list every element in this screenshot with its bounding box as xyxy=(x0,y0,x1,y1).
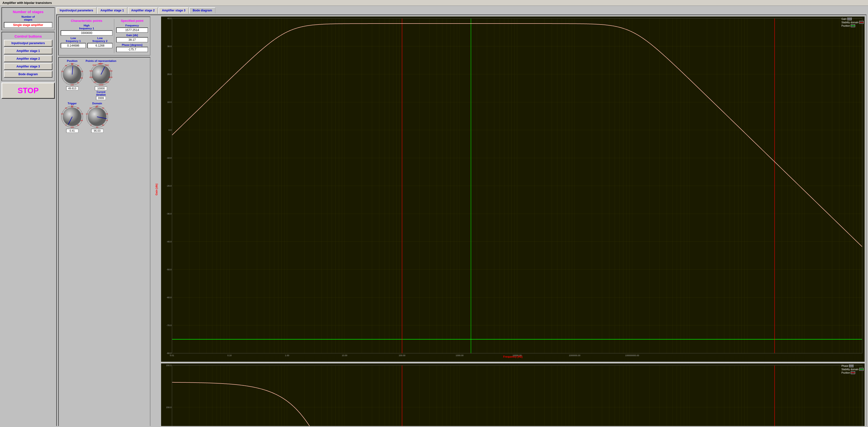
svg-text:20: 20 xyxy=(61,113,63,115)
legend-position-phase-label: Pozition xyxy=(841,371,850,374)
trigger-label: Trigger xyxy=(68,102,77,105)
specified-point-section: Specified point Frequency 1577.2514 Gain… xyxy=(114,19,148,53)
legend-phase: Phase xyxy=(841,364,864,367)
svg-text:60: 60 xyxy=(106,113,108,115)
svg-text:-: - xyxy=(66,82,67,84)
svg-text:70: 70 xyxy=(81,70,83,72)
points-knob-svg[interactable]: 5000 6000 7000 8000 9000 10000 100 1000 … xyxy=(90,63,113,86)
svg-text:30: 30 xyxy=(95,106,97,108)
sp-gain-label: Gain [db] xyxy=(116,34,148,37)
svg-text:4000: 4000 xyxy=(98,63,102,65)
legend-stability-phase-color xyxy=(859,368,864,371)
tabs-bar: Input/output parameters Amplifier stage … xyxy=(56,7,867,13)
legend-stability-gain: Stability domain xyxy=(841,21,864,24)
svg-text:7000: 7000 xyxy=(109,70,113,72)
svg-text:70: 70 xyxy=(106,119,108,122)
gain-legend: Gain Stability domain xyxy=(841,18,864,27)
svg-text:20: 20 xyxy=(90,107,92,109)
position-knob-container: Position xyxy=(61,59,84,90)
trigger-knob-container: Trigger xyxy=(61,102,84,133)
points-label: Points of representation xyxy=(86,59,117,62)
tab-stage3[interactable]: Amplifier stage 3 xyxy=(158,7,189,13)
trigger-knob-svg[interactable]: 50 60 70 80 90 100 0 - 20 30 xyxy=(61,105,84,128)
position-knob-svg[interactable]: 50 60 70 80 90 100 - - 20 30 xyxy=(61,63,84,86)
legend-gain-label: Gain xyxy=(841,18,846,20)
gain-chart-wrapper: Gain [db] Gain xyxy=(152,17,865,363)
svg-text:90: 90 xyxy=(77,82,79,84)
svg-text:80: 80 xyxy=(102,124,104,126)
trigger-value: 0.41 xyxy=(66,129,79,133)
right-panel: Input/output parameters Amplifier stage … xyxy=(56,7,867,425)
legend-phase-color xyxy=(849,364,854,367)
svg-text:80: 80 xyxy=(81,119,83,122)
btn-stage2[interactable]: Amplifier stage 2 xyxy=(4,55,53,62)
svg-text:30: 30 xyxy=(65,107,67,109)
current-iteration-label: Currentiteration xyxy=(96,91,106,96)
characteristic-points-section: Characteristic points Highfrequency 1 33… xyxy=(61,19,113,53)
domain-value: 95.03 xyxy=(91,129,103,133)
position-value: 49.613 xyxy=(66,86,79,90)
stop-button[interactable]: STOP xyxy=(1,83,55,99)
stop-label: STOP xyxy=(5,86,51,95)
tab-bode[interactable]: Bode diagram xyxy=(189,7,215,13)
gain-chart-inner: Gain Stability domain xyxy=(161,17,865,363)
svg-text:-: - xyxy=(62,77,63,79)
low-freq-1-value: 0.144686 xyxy=(61,43,86,48)
svg-text:60: 60 xyxy=(77,64,79,67)
number-of-stages-title: Number of stages xyxy=(4,10,53,14)
content-area: Characteristic points Highfrequency 1 33… xyxy=(56,14,867,426)
svg-text:100: 100 xyxy=(71,126,74,128)
svg-text:10000: 10000 xyxy=(99,84,103,86)
svg-text:1000: 1000 xyxy=(90,77,93,78)
tab-stage2[interactable]: Amplifier stage 2 xyxy=(128,7,158,13)
phase-y-label-container: Phase [degrees] xyxy=(152,363,161,426)
control-buttons-box: Control buttons Input/output parameters … xyxy=(1,32,55,81)
legend-gain: Gain xyxy=(841,18,864,20)
sp-freq-label: Frequency xyxy=(116,24,148,27)
tab-stage1[interactable]: Amplifier stage 1 xyxy=(97,7,127,13)
legend-gain-color xyxy=(847,18,852,20)
btn-stage3[interactable]: Amplifier stage 3 xyxy=(4,63,53,70)
legend-phase-label: Phase xyxy=(841,365,848,367)
btn-stage1[interactable]: Amplifier stage 1 xyxy=(4,48,53,54)
svg-text:40: 40 xyxy=(71,106,73,108)
legend-stability-gain-color xyxy=(859,21,864,24)
svg-text:30: 30 xyxy=(65,64,67,67)
svg-text:90: 90 xyxy=(96,126,98,128)
legend-position-phase: Pozition xyxy=(841,371,864,374)
svg-text:100: 100 xyxy=(71,84,74,86)
svg-text:0: 0 xyxy=(91,124,92,126)
current-iteration-value: 9999 xyxy=(96,96,106,100)
char-points-title: Characteristic points xyxy=(61,19,113,23)
svg-text:60: 60 xyxy=(77,107,79,109)
legend-position-gain-label: Pozition xyxy=(841,25,850,27)
low-freq-1-label: Lowfrequency 1 xyxy=(61,37,86,42)
number-of-stages-box: Number of stages Number ofstages Single … xyxy=(1,7,55,30)
legend-stability-phase-label: Stability domain xyxy=(841,368,859,371)
app-title: Amplifier with bipolar transistors xyxy=(2,1,52,5)
legend-stability-phase: Stability domain xyxy=(841,368,864,371)
stage-display: Single stage amplifier xyxy=(4,22,53,28)
domain-knob-svg[interactable]: 40 50 60 70 80 90 0 - 10 20 xyxy=(86,105,109,128)
left-content: Characteristic points Highfrequency 1 33… xyxy=(58,17,150,426)
sp-freq-value: 1577.2514 xyxy=(116,27,148,33)
btn-io[interactable]: Input/output parameters xyxy=(4,40,53,47)
control-buttons-title: Control buttons xyxy=(4,34,53,38)
legend-position-gain-color xyxy=(851,24,855,27)
svg-text:80: 80 xyxy=(81,77,83,79)
legend-position-gain: Pozition xyxy=(841,24,864,27)
btn-bode[interactable]: Bode diagram xyxy=(4,71,53,78)
position-label: Position xyxy=(67,59,78,62)
svg-text:3000: 3000 xyxy=(92,64,96,66)
svg-text:50: 50 xyxy=(102,107,104,109)
gain-x-label: Frequency [Hz] xyxy=(503,355,522,358)
points-value: 10000 xyxy=(95,86,107,90)
gain-y-label: Gain [db] xyxy=(155,184,158,195)
low-freq-2-label: Lowfrequency 2 xyxy=(87,37,113,42)
tab-io[interactable]: Input/output parameters xyxy=(56,7,97,13)
svg-text:6000: 6000 xyxy=(105,64,109,66)
svg-text:-: - xyxy=(87,119,88,122)
specified-point-title: Specified point xyxy=(116,19,148,23)
low-freq-2-value: 6.1268 xyxy=(87,43,113,48)
high-freq-1-label: Highfrequency 1 xyxy=(61,24,113,30)
